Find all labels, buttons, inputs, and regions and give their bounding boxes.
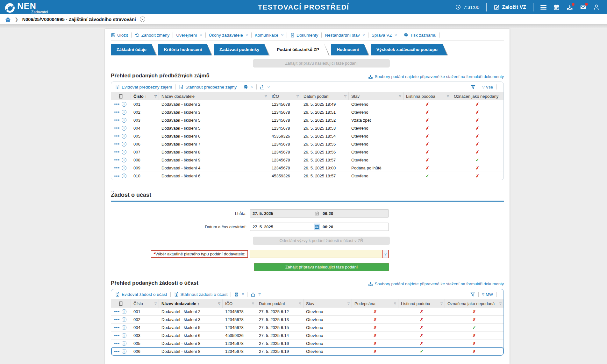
col-header-number[interactable]: Číslo▽ xyxy=(131,299,159,308)
row-menu-icon[interactable] xyxy=(114,343,119,344)
tab[interactable]: Hodnocení xyxy=(331,44,364,55)
filter-funnel-icon[interactable] xyxy=(470,292,475,297)
close-icon[interactable]: ✕ xyxy=(140,17,145,22)
publish-menu[interactable]: Uveřejnění xyxy=(176,33,202,38)
col-header-ico[interactable]: IČO▽ xyxy=(269,92,301,100)
col-header-notsubmitted[interactable]: Označen jako nepodaný xyxy=(451,92,503,100)
menu-button[interactable] xyxy=(540,4,546,11)
filter-preset-label[interactable]: MW xyxy=(486,292,493,297)
print-table-button[interactable] xyxy=(234,292,244,297)
row-menu-icon[interactable] xyxy=(114,175,119,177)
tab[interactable]: Podání účastníků ZP xyxy=(271,44,324,55)
info-icon[interactable]: i xyxy=(122,134,126,139)
table-row[interactable]: i 003 Dodavatel - školení 5 12345678 26.… xyxy=(111,116,503,124)
row-menu-icon[interactable] xyxy=(114,327,119,328)
info-icon[interactable]: i xyxy=(122,150,126,154)
filter-icon[interactable]: ▽ xyxy=(265,95,267,98)
info-icon[interactable]: i xyxy=(122,341,126,346)
messages-button[interactable] xyxy=(580,4,586,11)
info-icon[interactable]: i xyxy=(122,317,126,322)
col-header-date[interactable]: Datum podání▽ xyxy=(256,299,304,308)
downloads-button[interactable] xyxy=(567,4,573,11)
table-row[interactable]: i 009 Dodavatel - školení 4 12345678 26.… xyxy=(111,164,503,172)
print-record-button[interactable]: Tisk záznamu xyxy=(403,33,436,38)
create-vz-button[interactable]: Založit VZ xyxy=(494,4,526,10)
col-header-ico[interactable]: IČO▽ xyxy=(223,299,256,308)
register-prelim-interest-button[interactable]: Evidovat předběžný zájem xyxy=(115,84,172,89)
filter-icon[interactable]: ▽ xyxy=(299,302,301,305)
row-menu-icon[interactable] xyxy=(114,111,119,113)
info-icon[interactable]: i xyxy=(122,349,126,354)
table-row[interactable]: i 008 Dodavatel - školení 9 12345678 26.… xyxy=(111,156,503,164)
col-header-supplier[interactable]: Název dodavatele▽ xyxy=(159,299,223,308)
row-menu-icon[interactable] xyxy=(114,143,119,145)
communication-menu[interactable]: Komunikace xyxy=(255,33,283,38)
opening-field[interactable]: 27. 5. 2025 06:20 xyxy=(250,223,389,231)
table-row[interactable]: i 005 Dodavatel - školení 8 12345678 27.… xyxy=(111,339,503,347)
col-header-paper[interactable]: Listinná podoba▽ xyxy=(403,92,451,100)
col-header-paper[interactable]: Listinná podoba▽ xyxy=(398,299,445,308)
select-dropdown-button[interactable]: v xyxy=(382,250,389,258)
tab[interactable]: Výsledek zadávacího postupu xyxy=(371,44,443,55)
info-icon[interactable]: i xyxy=(122,166,126,170)
info-icon[interactable]: i xyxy=(122,333,126,338)
row-menu-icon[interactable] xyxy=(114,351,119,352)
vz-admin-menu[interactable]: Správa VZ xyxy=(372,33,397,38)
info-icon[interactable]: i xyxy=(122,110,126,115)
prelim-download-note[interactable]: Soubory podání najdete připravené ke sta… xyxy=(368,74,504,79)
info-icon[interactable]: i xyxy=(122,325,126,330)
info-icon[interactable]: i xyxy=(122,102,126,107)
home-icon[interactable] xyxy=(5,17,11,22)
table-row[interactable]: i 006 Dodavatel - školení 8 12345678 27.… xyxy=(111,347,503,355)
start-next-phase-button-top[interactable]: Zahájit přípravu následující fáze podání xyxy=(253,59,390,68)
register-request-button[interactable]: Evidovat žádost o účast xyxy=(115,292,167,297)
filter-icon[interactable]: ▽ xyxy=(296,95,299,98)
row-menu-icon[interactable] xyxy=(114,167,119,168)
table-row[interactable]: i 006 Dodavatel - školení 7 12345678 26.… xyxy=(111,140,503,148)
documents-button[interactable]: Dokumenty xyxy=(290,33,318,38)
filter-icon[interactable]: ▽ xyxy=(394,302,396,305)
col-header-date[interactable]: Datum podání▽ xyxy=(301,92,349,100)
col-header-number[interactable]: Číslo▽ xyxy=(131,92,159,100)
row-menu-icon[interactable] xyxy=(114,135,119,137)
info-icon[interactable]: i xyxy=(122,118,126,123)
table-row[interactable]: i 005 Dodavatel - školení 6 45359326 26.… xyxy=(111,132,503,140)
table-row[interactable]: i 001 Dodavatel - školení 2 12345678 27.… xyxy=(111,308,503,316)
filter-funnel-icon[interactable] xyxy=(471,85,475,89)
save-button[interactable]: Uložit xyxy=(111,33,128,38)
start-next-phase-button[interactable]: Zahájit přípravu následující fáze podání xyxy=(254,263,389,271)
row-menu-icon[interactable] xyxy=(114,319,119,320)
column-settings-button[interactable] xyxy=(111,92,131,100)
filter-icon[interactable]: ▽ xyxy=(399,95,401,98)
row-menu-icon[interactable] xyxy=(114,103,119,105)
logo[interactable]: NEN Zadavatel xyxy=(0,1,105,13)
tab[interactable]: Kritéria hodnocení xyxy=(158,44,207,55)
tab[interactable]: Zadávací podmínky xyxy=(214,44,264,55)
download-prelim-interests-button[interactable]: Stáhnout předběžné zájmy xyxy=(179,84,237,89)
table-row[interactable]: i 010 Dodavatel - školení 6 45359326 26.… xyxy=(111,172,503,180)
filter-icon[interactable]: ▽ xyxy=(347,302,350,305)
row-menu-icon[interactable] xyxy=(114,311,119,312)
calendar-icon[interactable] xyxy=(314,224,320,230)
table-row[interactable]: i 002 Dodavatel - školení 3 12345678 26.… xyxy=(111,108,503,116)
filter-icon[interactable]: ▽ xyxy=(154,95,157,98)
filter-icon[interactable]: ▽ xyxy=(344,95,346,98)
filter-icon[interactable]: ▽ xyxy=(499,302,502,305)
table-row[interactable]: i 004 Dodavatel - školení 5 12345678 27.… xyxy=(111,324,503,332)
download-requests-button[interactable]: Stáhnout žádosti o účast xyxy=(174,292,228,297)
calendar-button[interactable] xyxy=(553,4,560,10)
send-invite-button[interactable]: Odeslání výzvy k podání žádosti o účast … xyxy=(253,237,390,245)
info-icon[interactable]: i xyxy=(122,126,126,131)
col-header-notsubmitted[interactable]: Označena jako nepodaná▽ xyxy=(445,299,503,308)
tab[interactable]: Základní údaje xyxy=(111,44,152,55)
nonstandard-state-menu[interactable]: Nestandardní stav xyxy=(325,33,365,38)
filter-icon[interactable]: ▽ xyxy=(218,302,220,305)
filter-icon[interactable]: ▽ xyxy=(252,302,254,305)
row-menu-icon[interactable] xyxy=(114,127,119,129)
export-table-button[interactable] xyxy=(251,292,261,297)
info-icon[interactable]: i xyxy=(122,174,126,178)
filter-preset-label[interactable]: Vše xyxy=(486,85,493,89)
contracting-tasks-menu[interactable]: Úkony zadavatele xyxy=(209,33,248,38)
filter-icon[interactable]: ▽ xyxy=(440,302,443,305)
table-row[interactable]: i 004 Dodavatel - školení 5 12345678 26.… xyxy=(111,124,503,132)
